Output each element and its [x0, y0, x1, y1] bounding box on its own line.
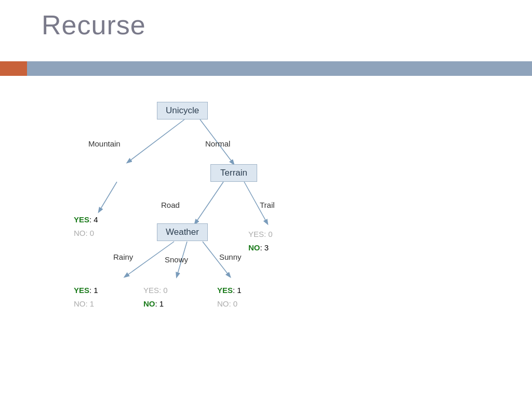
tree-container: Unicycle Terrain Weather Mountain Normal… [42, 87, 509, 389]
edge-label-snowy: Snowy [165, 255, 188, 264]
edge-label-trail: Trail [260, 201, 275, 209]
edge-label-mountain: Mountain [88, 139, 121, 148]
edge-label-road: Road [161, 201, 180, 209]
svg-line-7 [99, 182, 117, 212]
result-snowy: YES: 0 NO: 1 [143, 284, 168, 310]
edge-label-rainy: Rainy [113, 252, 133, 261]
node-unicycle: Unicycle [157, 102, 208, 119]
svg-line-0 [127, 119, 184, 163]
edge-label-normal: Normal [205, 139, 230, 148]
node-weather: Weather [157, 223, 208, 241]
result-mountain: YES: 4 NO: 0 [74, 213, 98, 240]
accent-bar-blue [27, 61, 532, 76]
accent-bar-orange [0, 61, 27, 76]
tree-lines [42, 87, 509, 389]
page-title: Recurse [42, 9, 146, 41]
result-sunny: YES: 1 NO: 0 [217, 284, 242, 310]
result-trail: YES: 0 NO: 3 [248, 228, 273, 254]
result-rainy: YES: 1 NO: 1 [74, 284, 98, 310]
node-terrain: Terrain [210, 164, 257, 182]
svg-line-2 [195, 182, 223, 224]
edge-label-sunny: Sunny [219, 252, 242, 261]
